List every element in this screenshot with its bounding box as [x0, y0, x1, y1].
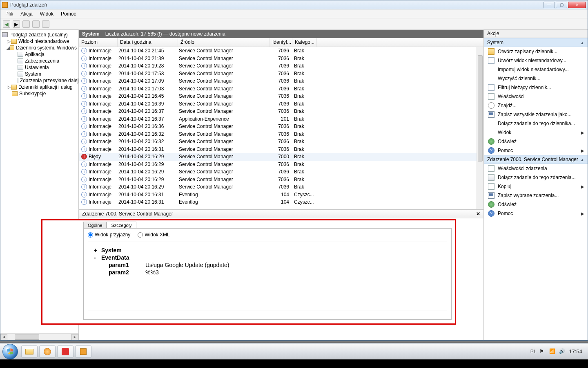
- tab-general[interactable]: Ogólne: [83, 222, 107, 229]
- scroll-thumb[interactable]: [478, 55, 483, 162]
- grid-rows[interactable]: iInformacje2014-10-04 20:21:45Service Co…: [79, 47, 483, 209]
- action-copy[interactable]: Kopiuj▶: [484, 182, 588, 191]
- info-icon: i: [81, 93, 87, 99]
- detail-close-icon[interactable]: ✕: [476, 211, 480, 217]
- tree-system[interactable]: System: [1, 71, 78, 77]
- table-row[interactable]: iInformacje2014-10-04 20:16:37Service Co…: [79, 108, 483, 115]
- network-icon[interactable]: 📶: [549, 348, 556, 355]
- system-tray[interactable]: PL ⚑ 📶 🔊 17:54: [530, 348, 586, 355]
- tree-subscriptions[interactable]: Subskrypcje: [1, 90, 78, 97]
- show-actions-button[interactable]: [32, 20, 40, 28]
- table-row[interactable]: iInformacje2014-10-04 20:16:29Service Co…: [79, 161, 483, 168]
- action-save-selected[interactable]: Zapisz wybrane zdarzenia...: [484, 191, 588, 200]
- tab-details[interactable]: Szczegóły: [107, 222, 136, 229]
- highlighted-detail-pane: Ogólne Szczegóły Widok przyjazny Widok X…: [41, 219, 456, 325]
- taskbar-opera[interactable]: [57, 346, 74, 358]
- action-properties[interactable]: Właściwości: [484, 92, 588, 101]
- taskbar-app-1[interactable]: [39, 346, 56, 358]
- clock[interactable]: 17:54: [569, 348, 582, 355]
- table-row[interactable]: iInformacje2014-10-04 20:16:31Eventlog10…: [79, 198, 483, 206]
- table-row[interactable]: iInformacje2014-10-04 20:16:29Service Co…: [79, 168, 483, 176]
- action-filter-log[interactable]: Filtruj bieżący dziennik...: [484, 83, 588, 92]
- tree-root[interactable]: Podgląd zdarzeń (Lokalny): [1, 31, 78, 38]
- col-id[interactable]: Identyf...: [270, 38, 292, 47]
- actions-section-system[interactable]: System▲: [484, 38, 588, 47]
- col-level[interactable]: Poziom: [79, 38, 118, 47]
- show-tree-button[interactable]: [22, 20, 30, 28]
- table-row[interactable]: iInformacje2014-10-04 20:16:37Applicatio…: [79, 115, 483, 123]
- tree-windows-logs[interactable]: ◢Dzienniki systemu Windows: [1, 45, 78, 51]
- table-row[interactable]: iInformacje2014-10-04 20:16:36Service Co…: [79, 123, 483, 130]
- taskbar-event-viewer[interactable]: [75, 346, 91, 358]
- eventdata-node[interactable]: -EventData: [94, 254, 441, 261]
- action-import-view[interactable]: Importuj widok niestandardowy...: [484, 65, 588, 74]
- tree-setup[interactable]: Ustawienia: [1, 64, 78, 71]
- action-view[interactable]: Widok▶: [484, 128, 588, 137]
- menu-action[interactable]: Akcja: [17, 10, 36, 18]
- close-button[interactable]: ✕: [568, 2, 586, 8]
- table-row[interactable]: iInformacje2014-10-04 20:16:29Service Co…: [79, 183, 483, 191]
- action-attach-task[interactable]: Dołącz zadanie do tego dziennika...: [484, 119, 588, 128]
- action-save-all[interactable]: Zapisz wszystkie zdarzenia jako...: [484, 110, 588, 119]
- radio-xml[interactable]: Widok XML: [138, 232, 169, 238]
- action-help[interactable]: ?Pomoc▶: [484, 146, 588, 155]
- radio-friendly[interactable]: Widok przyjazny: [88, 232, 130, 238]
- minimize-button[interactable]: —: [543, 2, 555, 8]
- system-node[interactable]: +System: [94, 247, 441, 254]
- action-refresh-2[interactable]: Odśwież: [484, 200, 588, 209]
- menu-help[interactable]: Pomoc: [58, 10, 79, 18]
- help-button[interactable]: [42, 20, 49, 28]
- table-row[interactable]: iInformacje2014-10-04 20:16:31Service Co…: [79, 146, 483, 153]
- start-button[interactable]: [2, 344, 18, 359]
- table-row[interactable]: !Błędy2014-10-04 20:16:29Service Control…: [79, 153, 483, 161]
- action-create-view[interactable]: Utwórz widok niestandardowy...: [484, 56, 588, 65]
- table-row[interactable]: iInformacje2014-10-04 20:16:29Service Co…: [79, 176, 483, 184]
- scroll-right-icon[interactable]: ►: [71, 334, 78, 340]
- scroll-left-icon[interactable]: ◄: [0, 334, 7, 340]
- menu-view[interactable]: Widok: [37, 10, 57, 18]
- col-date[interactable]: Data i godzina: [118, 38, 178, 47]
- maximize-button[interactable]: ▢: [556, 2, 567, 8]
- tree-app-services[interactable]: ▷Dzienniki aplikacji i usług: [1, 84, 78, 90]
- action-clear-log[interactable]: Wyczyść dziennik...: [484, 74, 588, 83]
- col-source[interactable]: Źródło: [178, 38, 270, 47]
- tree-application[interactable]: Aplikacja: [1, 51, 78, 58]
- table-row[interactable]: iInformacje2014-10-04 20:17:53Service Co…: [79, 70, 483, 78]
- event-data-box[interactable]: +System -EventData param1Usługa Google U…: [88, 242, 447, 310]
- table-row[interactable]: iInformacje2014-10-04 20:16:32Service Co…: [79, 138, 483, 146]
- back-button[interactable]: ◄: [3, 20, 10, 28]
- titlebar[interactable]: Podgląd zdarzeń — ▢ ✕: [0, 0, 588, 9]
- menu-file[interactable]: Plik: [2, 10, 16, 18]
- table-row[interactable]: iInformacje2014-10-04 20:19:28Service Co…: [79, 62, 483, 70]
- tree-security[interactable]: Zabezpieczenia: [1, 58, 78, 64]
- grid-vscroll[interactable]: [477, 47, 483, 209]
- table-row[interactable]: iInformacje2014-10-04 20:16:45Service Co…: [79, 92, 483, 100]
- table-row[interactable]: iInformacje2014-10-04 20:21:39Service Co…: [79, 55, 483, 63]
- tree-hscroll[interactable]: ◄ ►: [0, 333, 78, 340]
- table-row[interactable]: iInformacje2014-10-04 20:16:31Eventlog10…: [79, 191, 483, 199]
- action-find[interactable]: Znajdź...: [484, 101, 588, 110]
- table-row[interactable]: iInformacje2014-10-04 20:17:03Service Co…: [79, 85, 483, 93]
- forward-button[interactable]: ►: [13, 20, 20, 28]
- action-event-task[interactable]: Dołącz zadanie do tego zdarzenia...: [484, 173, 588, 182]
- table-row[interactable]: iInformacje2014-10-04 20:16:32Service Co…: [79, 130, 483, 138]
- language-indicator[interactable]: PL: [530, 349, 537, 355]
- action-event-properties[interactable]: Właściwości zdarzenia: [484, 164, 588, 173]
- action-refresh[interactable]: Odśwież: [484, 137, 588, 146]
- taskbar[interactable]: PL ⚑ 📶 🔊 17:54: [0, 343, 588, 359]
- table-row[interactable]: iInformacje2014-10-04 20:16:39Service Co…: [79, 100, 483, 108]
- action-help-2[interactable]: ?Pomoc▶: [484, 209, 588, 218]
- action-open-saved[interactable]: Otwórz zapisany dziennik...: [484, 47, 588, 56]
- grid-header[interactable]: Poziom Data i godzina Źródło Identyf... …: [79, 38, 483, 47]
- actions-section-event[interactable]: Zdarzenie 7000, Service Control Manager▲: [484, 155, 588, 164]
- taskbar-explorer[interactable]: [21, 346, 38, 358]
- col-cat[interactable]: Katego...: [292, 38, 317, 47]
- table-row[interactable]: iInformacje2014-10-04 20:21:45Service Co…: [79, 47, 483, 55]
- tree-forwarded[interactable]: Zdarzenia przesyłane dalej: [1, 77, 78, 84]
- tree-custom-views[interactable]: ▷Widoki niestandardowe: [1, 38, 78, 45]
- tray-icon[interactable]: ⚑: [539, 348, 546, 355]
- volume-icon[interactable]: 🔊: [559, 348, 566, 355]
- table-row[interactable]: iInformacje2014-10-04 20:17:09Service Co…: [79, 77, 483, 85]
- source-cell: Eventlog: [178, 199, 270, 205]
- scroll-thumb[interactable]: [15, 334, 39, 340]
